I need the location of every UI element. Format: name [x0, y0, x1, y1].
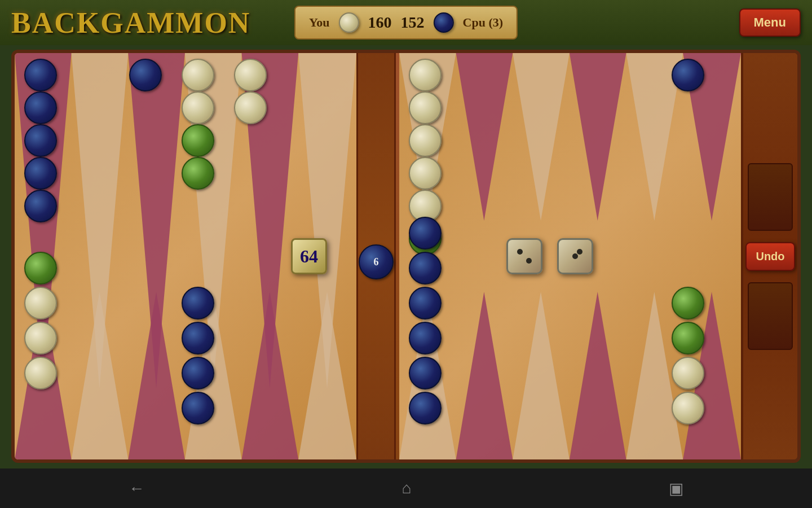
checker-dark[interactable]	[409, 392, 442, 424]
svg-marker-20	[513, 292, 570, 459]
checker-dark[interactable]	[672, 59, 704, 91]
bar-checker[interactable]: 6	[359, 244, 394, 279]
checker-dark[interactable]	[182, 357, 214, 389]
checker-dark[interactable]	[24, 124, 57, 157]
player1-label: You	[309, 15, 330, 30]
score1: 160	[368, 14, 392, 32]
scoreboard: You 160 152 Cpu (3)	[294, 6, 518, 40]
bar: 6	[356, 53, 396, 459]
svg-marker-11	[298, 292, 356, 459]
checker-white[interactable]	[234, 91, 267, 124]
checker-white[interactable]	[409, 91, 442, 124]
board-right	[399, 53, 741, 459]
checker-dark[interactable]	[129, 59, 162, 91]
header: BACKGAMMON You 160 152 Cpu (3) Menu	[0, 0, 812, 45]
checker-dark[interactable]	[24, 157, 57, 190]
checker-white[interactable]	[24, 357, 57, 389]
checker-white[interactable]	[672, 357, 704, 389]
checker-dark[interactable]	[409, 252, 442, 284]
checker-dark[interactable]	[409, 322, 442, 354]
svg-point-27	[577, 249, 582, 255]
svg-marker-8	[128, 292, 185, 459]
app-title: BACKGAMMON	[11, 6, 250, 40]
svg-point-24	[517, 249, 523, 255]
checker-white[interactable]	[409, 157, 442, 190]
nav-bar: ← ⌂ ▣	[0, 468, 812, 508]
checker-green[interactable]	[672, 322, 704, 354]
doubling-cube[interactable]: 64	[291, 238, 327, 274]
board-container: 64 6	[11, 50, 801, 463]
checker-green[interactable]	[182, 157, 214, 190]
checker-dark[interactable]	[182, 322, 214, 354]
checker-dark[interactable]	[24, 59, 57, 91]
die-2[interactable]	[557, 238, 593, 274]
checker-dark[interactable]	[24, 91, 57, 124]
die-1[interactable]	[506, 238, 542, 274]
menu-button[interactable]: Menu	[739, 8, 801, 37]
home-button[interactable]: ⌂	[402, 479, 412, 497]
checker-dark[interactable]	[182, 392, 214, 424]
svg-marker-1	[72, 53, 129, 388]
svg-marker-2	[128, 53, 185, 388]
undo-button[interactable]: Undo	[745, 242, 795, 271]
side-panel: Undo	[741, 53, 797, 459]
checker-dark[interactable]	[182, 287, 214, 319]
checker-white[interactable]	[409, 59, 442, 91]
player2-label: Cpu (3)	[463, 15, 504, 30]
checker-white[interactable]	[24, 287, 57, 319]
svg-point-25	[526, 258, 532, 264]
board-left: 64	[15, 53, 356, 459]
svg-marker-7	[72, 292, 129, 459]
bar-checker-count: 6	[374, 256, 379, 268]
svg-marker-21	[570, 292, 626, 459]
checker-dark[interactable]	[24, 190, 57, 222]
back-button[interactable]: ←	[129, 479, 144, 497]
checker-white[interactable]	[234, 59, 267, 91]
checker-white[interactable]	[409, 124, 442, 157]
checker-dark[interactable]	[409, 287, 442, 319]
checker-green[interactable]	[182, 124, 214, 157]
checker-white[interactable]	[182, 91, 214, 124]
checker-white[interactable]	[24, 322, 57, 354]
recents-button[interactable]: ▣	[669, 479, 683, 498]
svg-marker-19	[456, 292, 513, 459]
svg-marker-14	[513, 53, 570, 221]
bearoff-tray-top	[748, 163, 793, 231]
bearoff-tray-bottom	[748, 282, 793, 350]
checker-green[interactable]	[672, 287, 704, 319]
checker-dark[interactable]	[409, 217, 442, 249]
player2-checker	[434, 12, 454, 33]
checker-white[interactable]	[182, 59, 214, 91]
svg-point-26	[572, 253, 578, 259]
checker-white[interactable]	[672, 392, 704, 424]
player1-checker	[339, 12, 359, 33]
svg-marker-5	[298, 53, 356, 388]
svg-marker-10	[242, 292, 299, 459]
score2: 152	[401, 14, 425, 32]
checker-green[interactable]	[24, 252, 57, 284]
checker-dark[interactable]	[409, 357, 442, 389]
svg-marker-13	[456, 53, 513, 221]
svg-marker-15	[570, 53, 626, 221]
